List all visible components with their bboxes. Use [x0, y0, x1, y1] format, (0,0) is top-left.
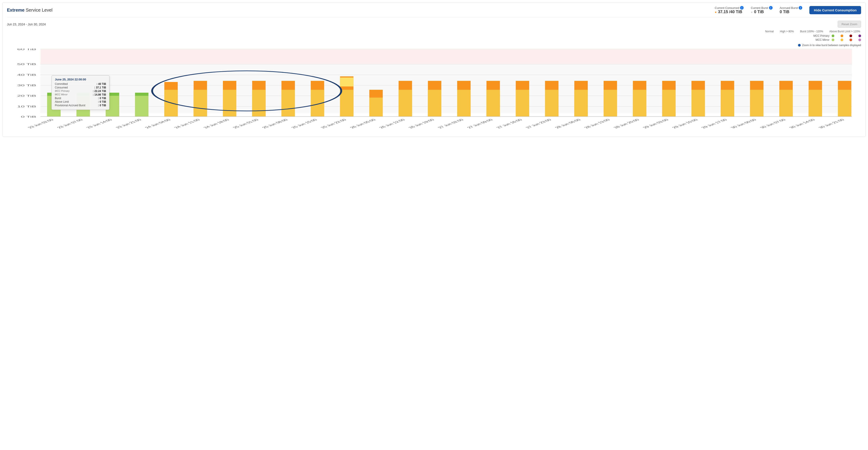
svg-text:10 TiB: 10 TiB — [17, 105, 36, 108]
svg-text:28 Jun 13:00: 28 Jun 13:00 — [583, 119, 611, 129]
tooltip-val-prov-burst: : 0 TiB — [98, 104, 106, 107]
svg-text:26 Jun 12:00: 26 Jun 12:00 — [378, 119, 406, 129]
bar-mirror-10[interactable] — [340, 90, 353, 117]
legend-area: Normal High > 80% Burst 100% - 120% Abov… — [7, 30, 861, 47]
bar-mirror-8[interactable] — [282, 90, 295, 117]
mirror-high-dot — [841, 38, 843, 41]
tooltip-val-mcc-mirror: : 14.86 TiB — [93, 93, 106, 96]
bar-mirror-16[interactable] — [516, 90, 529, 117]
legend-mirror-dots — [832, 38, 861, 41]
bar-mirror-4[interactable] — [164, 90, 178, 117]
legend-row-mirror: MCC Mirror — [809, 38, 861, 41]
svg-text:27 Jun 23:00: 27 Jun 23:00 — [524, 119, 553, 129]
current-consumed-value: ● 37.15 /40 TiB — [715, 9, 742, 14]
tooltip-val-mcc-primary: : 22.24 TiB — [93, 90, 106, 93]
bar-mirror-24[interactable] — [750, 90, 764, 117]
tooltip-val-committed: : 40 TiB — [96, 83, 106, 86]
legend-high: High > 80% — [780, 30, 794, 33]
svg-text:24 Jun 04:00: 24 Jun 04:00 — [144, 119, 172, 129]
svg-text:27 Jun 09:00: 27 Jun 09:00 — [466, 119, 494, 129]
bar-mirror-17[interactable] — [545, 90, 558, 117]
svg-text:60 TiB: 60 TiB — [17, 49, 36, 51]
bar-mirror-25[interactable] — [779, 90, 793, 117]
bar-mirror-20[interactable] — [633, 90, 646, 117]
tooltip-val-consumed: : 37.1 TiB — [94, 86, 106, 89]
tooltip-key-mcc-primary: MCC Primary — [55, 90, 69, 93]
bar-mirror-23[interactable] — [721, 90, 734, 117]
svg-text:23 Jun 14:00: 23 Jun 14:00 — [85, 119, 113, 129]
bar-mirror-5[interactable] — [194, 90, 207, 117]
bar-mirror-26[interactable] — [809, 90, 822, 117]
date-range: Jun 23, 2024 - Jun 30, 2024 — [7, 23, 46, 26]
bar-mirror-9[interactable] — [311, 90, 324, 117]
bar-yellow-top-10[interactable] — [340, 77, 353, 87]
current-consumed-label: Current Consumed i — [715, 6, 744, 9]
tooltip-key-burst: Burst — [55, 97, 61, 100]
svg-text:40 TiB: 40 TiB — [17, 73, 36, 76]
svg-text:30 Jun 14:00: 30 Jun 14:00 — [788, 119, 816, 129]
bar-mirror-11[interactable] — [369, 98, 383, 117]
legend-primary-label: MCC Primary — [809, 34, 830, 37]
bar-mirror-15[interactable] — [486, 90, 500, 117]
legend-headers: Normal High > 80% Burst 100% - 120% Abov… — [745, 30, 861, 33]
current-consumed-info-icon[interactable]: i — [740, 6, 744, 9]
tooltip-val-burst: : 0 TiB — [98, 97, 106, 100]
bar-mirror-14[interactable] — [457, 90, 470, 117]
header: Extreme Service Level Current Consumed i… — [7, 6, 861, 18]
main-container: Extreme Service Level Current Consumed i… — [2, 2, 866, 137]
svg-text:26 Jun 19:00: 26 Jun 19:00 — [407, 119, 436, 129]
svg-text:30 Jun 00:00: 30 Jun 00:00 — [730, 119, 758, 129]
legend-primary-dots — [832, 35, 861, 37]
tooltip-key-consumed: Consumed — [55, 86, 68, 89]
bar-mirror-27[interactable] — [838, 90, 851, 117]
header-metrics: Current Consumed i ● 37.15 /40 TiB Curre… — [715, 6, 861, 14]
accrued-burst-info-icon[interactable]: i — [799, 6, 802, 9]
chart-section: Jun 23, 2024 - Jun 30, 2024 Reset Zoom N… — [7, 18, 861, 133]
mirror-burst-dot — [849, 38, 852, 41]
legend-rows: MCC Primary MCC Mirror — [809, 34, 861, 41]
tooltip-key-above-limit: Above Limit — [55, 100, 69, 103]
current-consumed-group: Current Consumed i ● 37.15 /40 TiB — [715, 6, 744, 14]
current-burst-group: Current Burst i ● 0 TiB — [751, 6, 772, 14]
svg-text:27 Jun 02:00: 27 Jun 02:00 — [436, 119, 465, 129]
bar-mirror-13[interactable] — [428, 90, 441, 117]
date-range-row: Jun 23, 2024 - Jun 30, 2024 Reset Zoom — [7, 21, 861, 28]
bar-mirror-19[interactable] — [603, 90, 617, 117]
tooltip-key-committed: Committed — [55, 83, 68, 86]
tooltip-row-committed: Committed : 40 TiB — [55, 83, 106, 86]
tooltip-row-consumed: Consumed : 37.1 TiB — [55, 86, 106, 89]
svg-text:25 Jun 22:00: 25 Jun 22:00 — [319, 119, 347, 129]
mirror-above-dot — [859, 38, 861, 41]
zoom-dot-icon — [798, 44, 801, 46]
accrued-burst-value: 0 TiB — [780, 9, 789, 14]
svg-text:29 Jun 17:00: 29 Jun 17:00 — [700, 119, 728, 129]
tooltip-date: June 25, 2024 22:00:00 — [55, 78, 106, 81]
mirror-normal-dot — [832, 38, 834, 41]
svg-text:28 Jun 06:00: 28 Jun 06:00 — [554, 119, 582, 129]
svg-text:50 TiB: 50 TiB — [17, 63, 36, 66]
bar-mirror-18[interactable] — [575, 90, 588, 117]
bar-mirror-3[interactable] — [135, 96, 149, 117]
tooltip-row-above-limit: Above Limit : 0 TiB — [55, 100, 106, 103]
svg-text:23 Jun 21:00: 23 Jun 21:00 — [114, 119, 143, 129]
bar-mirror-21[interactable] — [662, 90, 676, 117]
svg-text:27 Jun 16:00: 27 Jun 16:00 — [495, 119, 523, 129]
reset-zoom-button[interactable]: Reset Zoom — [838, 21, 861, 28]
svg-text:23 Jun 07:00: 23 Jun 07:00 — [56, 119, 84, 129]
page-title: Extreme Service Level — [7, 7, 53, 13]
current-burst-info-icon[interactable]: i — [769, 6, 773, 9]
accrued-burst-group: Accrued Burst i 0 TiB — [780, 6, 803, 14]
chart-svg: 60 TiB 50 TiB 40 TiB 30 TiB 20 TiB 10 Ti… — [7, 49, 861, 133]
legend-mirror-label: MCC Mirror — [809, 38, 830, 41]
bar-mirror-22[interactable] — [691, 90, 705, 117]
tooltip-row-mcc-primary: MCC Primary : 22.24 TiB — [55, 90, 106, 93]
tooltip-row-mcc-mirror: MCC Mirror : 14.86 TiB — [55, 93, 106, 96]
primary-normal-dot — [832, 35, 834, 37]
consumed-dot: ● — [715, 10, 717, 14]
svg-text:30 Jun 21:00: 30 Jun 21:00 — [817, 119, 845, 129]
bar-mirror-12[interactable] — [399, 90, 412, 117]
svg-text:25 Jun 01:00: 25 Jun 01:00 — [231, 119, 260, 129]
bar-mirror-7[interactable] — [252, 90, 266, 117]
bar-mirror-6[interactable] — [223, 90, 236, 117]
hide-consumption-button[interactable]: Hide Current Consumption — [809, 6, 861, 14]
